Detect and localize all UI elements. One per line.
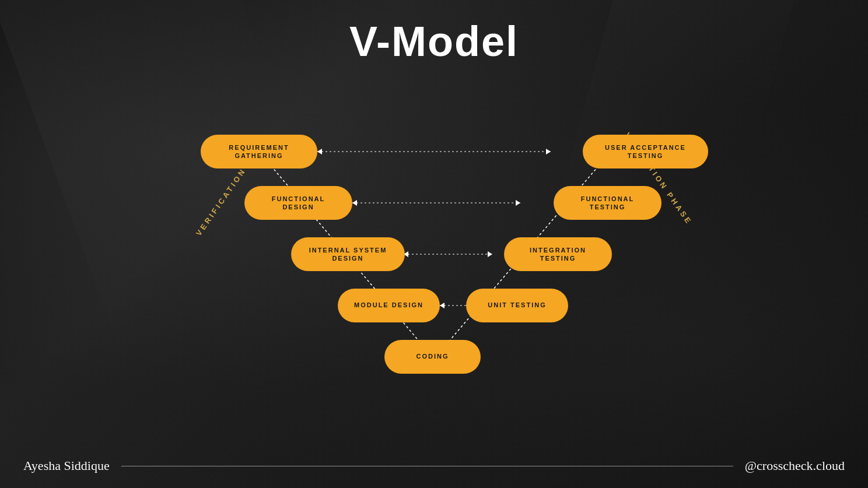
svg-marker-9	[352, 200, 357, 206]
title-section: V-Model	[0, 0, 868, 71]
page-title: V-Model	[0, 17, 868, 65]
main-content: V-Model	[0, 0, 868, 488]
svg-marker-5	[546, 149, 551, 155]
pill-functional-testing-text: FUNCTIONALTESTING	[581, 195, 635, 212]
pill-uat-text: USER ACCEPTANCETESTING	[605, 143, 686, 160]
footer: Ayesha Siddique @crosscheck.cloud	[0, 458, 868, 488]
pill-unit-testing: UNIT TESTING	[466, 289, 568, 322]
pill-coding: CODING	[384, 340, 481, 374]
pill-user-acceptance-testing: USER ACCEPTANCETESTING	[583, 135, 708, 168]
pill-functional-design: FUNCTIONALDESIGN	[244, 186, 352, 220]
footer-handle: @crosscheck.cloud	[745, 458, 845, 473]
svg-marker-15	[440, 303, 444, 308]
pill-integration-testing-text: INTEGRATIONTESTING	[530, 246, 586, 263]
pill-integration-testing: INTEGRATIONTESTING	[504, 237, 612, 271]
svg-marker-6	[317, 149, 322, 155]
pill-coding-text: CODING	[416, 352, 449, 361]
pill-module-design-text: MODULE DESIGN	[354, 301, 424, 310]
svg-marker-8	[516, 200, 520, 206]
diagram-area: VERIFICATION PHASE VALIDATION PHASE REQU…	[0, 71, 868, 458]
footer-author: Ayesha Siddique	[23, 458, 110, 473]
footer-divider	[121, 466, 733, 466]
pill-functional-testing: FUNCTIONALTESTING	[554, 186, 662, 220]
pill-internal-system-text: INTERNAL SYSTEMDESIGN	[309, 246, 387, 263]
pill-internal-system-design: INTERNAL SYSTEMDESIGN	[291, 237, 405, 271]
v-model-container: VERIFICATION PHASE VALIDATION PHASE REQU…	[142, 110, 726, 419]
svg-marker-11	[488, 251, 492, 257]
pill-module-design: MODULE DESIGN	[338, 289, 440, 322]
pill-requirement-gathering: REQUIREMENTGATHERING	[201, 135, 317, 168]
pill-functional-design-text: FUNCTIONALDESIGN	[272, 195, 326, 212]
pill-unit-testing-text: UNIT TESTING	[488, 301, 546, 310]
pill-req-gathering-text: REQUIREMENTGATHERING	[229, 143, 289, 160]
